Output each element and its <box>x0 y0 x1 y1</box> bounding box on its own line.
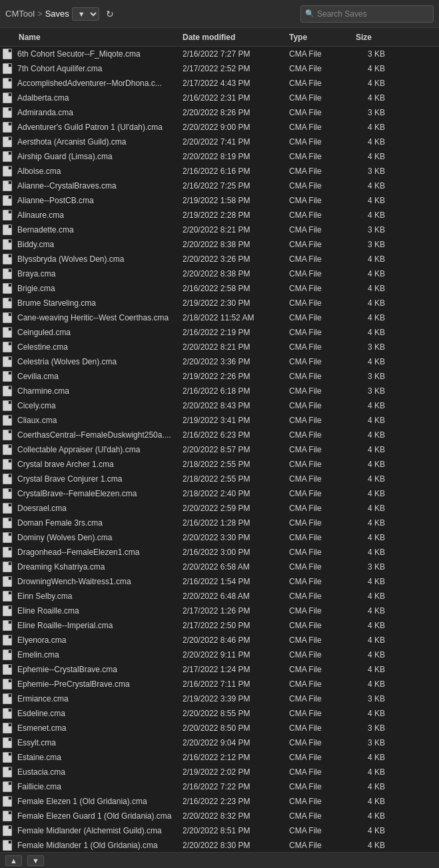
table-row[interactable]: CrystalBrave--FemaleElezen.cma 2/18/2022… <box>0 486 439 501</box>
table-row[interactable]: Female Elezen 1 (Old Gridania).cma 2/16/… <box>0 794 439 809</box>
table-row[interactable]: Eline Roaille--Imperial.cma 2/17/2022 2:… <box>0 618 439 633</box>
table-row[interactable]: Female Elezen Guard 1 (Old Gridania).cma… <box>0 809 439 823</box>
file-date: 2/16/2022 6:23 PM <box>183 430 289 440</box>
file-name: Estaine.cma <box>17 753 183 762</box>
table-row[interactable]: Female Midlander (Alchemist Guild).cma 2… <box>0 823 439 838</box>
table-row[interactable]: Eline Roaille.cma 2/17/2022 1:26 PM CMA … <box>0 604 439 618</box>
table-row[interactable]: Blyssbryda (Wolves Den).cma 2/20/2022 3:… <box>0 252 439 266</box>
file-date: 2/20/2022 8:32 PM <box>183 811 289 821</box>
search-input[interactable] <box>317 9 429 19</box>
table-row[interactable]: Alboise.cma 2/16/2022 6:16 PM CMA File 3… <box>0 164 439 179</box>
file-date: 2/17/2022 2:52 PM <box>183 64 289 73</box>
table-row[interactable]: Faillicie.cma 2/16/2022 7:22 PM CMA File… <box>0 779 439 794</box>
file-size: 4 KB <box>356 650 396 659</box>
file-size: 4 KB <box>356 137 396 147</box>
file-type: CMA File <box>289 357 356 366</box>
file-name: Alianne--PostCB.cma <box>17 196 183 205</box>
file-name: Dragonhead--FemaleElezen1.cma <box>17 548 183 557</box>
table-row[interactable]: Bernadette.cma 2/20/2022 8:21 PM CMA Fil… <box>0 222 439 237</box>
table-row[interactable]: Celestria (Wolves Den).cma 2/20/2022 3:3… <box>0 354 439 369</box>
file-date: 2/16/2022 7:27 PM <box>183 49 289 59</box>
table-row[interactable]: Dominy (Wolves Den).cma 2/20/2022 3:30 P… <box>0 530 439 545</box>
table-row[interactable]: Female Midlander 1 (Old Gridania).cma 2/… <box>0 838 439 852</box>
column-date-modified[interactable]: Date modified <box>183 33 289 42</box>
table-row[interactable]: Ceinguled.cma 2/16/2022 2:19 PM CMA File… <box>0 325 439 340</box>
table-row[interactable]: Cliaux.cma 2/19/2022 3:41 PM CMA File 4 … <box>0 413 439 428</box>
table-row[interactable]: Einn Selby.cma 2/20/2022 6:48 AM CMA Fil… <box>0 589 439 604</box>
file-name: CrystalBrave--FemaleElezen.cma <box>17 489 183 498</box>
table-row[interactable]: Alianne--CrystalBraves.cma 2/16/2022 7:2… <box>0 179 439 193</box>
column-size[interactable]: Size <box>356 33 396 42</box>
table-row[interactable]: Brume Starveling.cma 2/19/2022 2:30 PM C… <box>0 296 439 310</box>
file-size: 3 KB <box>356 108 396 117</box>
column-type[interactable]: Type <box>289 33 356 42</box>
file-icon-19 <box>3 327 13 338</box>
file-date: 2/20/2022 8:19 PM <box>183 152 289 161</box>
status-btn-up[interactable]: ▲ <box>5 855 22 866</box>
refresh-button[interactable]: ↻ <box>102 7 118 21</box>
table-row[interactable]: Elyenora.cma 2/20/2022 8:46 PM CMA File … <box>0 633 439 648</box>
status-btn-down[interactable]: ▼ <box>27 855 44 866</box>
table-row[interactable]: Adalberta.cma 2/16/2022 2:31 PM CMA File… <box>0 91 439 105</box>
file-date: 2/16/2022 1:28 PM <box>183 518 289 528</box>
table-row[interactable]: Estaine.cma 2/16/2022 2:12 PM CMA File 4… <box>0 750 439 765</box>
table-row[interactable]: Alianne--PostCB.cma 2/19/2022 1:58 PM CM… <box>0 193 439 208</box>
file-date: 2/20/2022 3:36 PM <box>183 357 289 366</box>
table-row[interactable]: Esdeline.cma 2/20/2022 8:55 PM CMA File … <box>0 706 439 721</box>
table-row[interactable]: Dreaming Kshatriya.cma 2/20/2022 6:58 AM… <box>0 560 439 574</box>
file-type: CMA File <box>289 254 356 264</box>
table-row[interactable]: Adventurer's Guild Patron 1 (Ul'dah).cma… <box>0 120 439 135</box>
file-date: 2/19/2022 2:28 PM <box>183 211 289 220</box>
table-row[interactable]: Dragonhead--FemaleElezen1.cma 2/16/2022 … <box>0 545 439 560</box>
table-row[interactable]: Doesrael.cma 2/20/2022 2:59 PM CMA File … <box>0 501 439 516</box>
table-row[interactable]: Eustacia.cma 2/19/2022 2:02 PM CMA File … <box>0 765 439 779</box>
table-row[interactable]: Aersthota (Arcanist Guild).cma 2/20/2022… <box>0 135 439 149</box>
table-row[interactable]: Ephemie--CrystalBrave.cma 2/17/2022 1:24… <box>0 662 439 677</box>
file-date: 2/20/2022 3:30 PM <box>183 533 289 542</box>
file-date: 2/16/2022 2:23 PM <box>183 797 289 806</box>
table-row[interactable]: Celestine.cma 2/20/2022 8:21 PM CMA File… <box>0 340 439 354</box>
file-type: CMA File <box>289 636 356 645</box>
file-icon-28 <box>3 459 13 470</box>
file-type: CMA File <box>289 342 356 352</box>
file-type: CMA File <box>289 694 356 703</box>
table-row[interactable]: CoerthasCentral--FemaleDuskwight250a....… <box>0 428 439 442</box>
table-row[interactable]: Ephemie--PreCrystalBrave.cma 2/16/2022 7… <box>0 677 439 691</box>
file-name: Ceinguled.cma <box>17 328 183 337</box>
file-type: CMA File <box>289 665 356 674</box>
file-icon-20 <box>3 342 13 352</box>
file-name: Cane-weaving Heritic--West Coerthas.cma <box>17 313 183 322</box>
table-row[interactable]: DrowningWench-Waitress1.cma 2/16/2022 1:… <box>0 574 439 589</box>
column-name[interactable]: Name <box>3 33 183 42</box>
table-row[interactable]: Charmine.cma 2/16/2022 6:18 PM CMA File … <box>0 384 439 398</box>
file-list: 6th Cohort Secutor--F_Miqote.cma 2/16/20… <box>0 47 439 852</box>
table-row[interactable]: Emelin.cma 2/20/2022 9:11 PM CMA File 4 … <box>0 648 439 662</box>
table-row[interactable]: Braya.cma 2/20/2022 8:38 PM CMA File 4 K… <box>0 266 439 281</box>
table-row[interactable]: Ermiance.cma 2/19/2022 3:39 PM CMA File … <box>0 691 439 706</box>
table-row[interactable]: Alinaure.cma 2/19/2022 2:28 PM CMA File … <box>0 208 439 222</box>
table-row[interactable]: Biddy.cma 2/20/2022 8:38 PM CMA File 3 K… <box>0 237 439 252</box>
table-row[interactable]: Cevilia.cma 2/19/2022 2:26 PM CMA File 3… <box>0 369 439 384</box>
breadcrumb-dropdown[interactable]: ▼ <box>72 7 99 21</box>
table-row[interactable]: Brigie.cma 2/16/2022 2:58 PM CMA File 4 … <box>0 281 439 296</box>
table-row[interactable]: Essylt.cma 2/20/2022 9:04 PM CMA File 3 … <box>0 735 439 750</box>
table-row[interactable]: Cane-weaving Heritic--West Coerthas.cma … <box>0 310 439 325</box>
table-row[interactable]: Admiranda.cma 2/20/2022 8:26 PM CMA File… <box>0 105 439 120</box>
file-name: Dreaming Kshatriya.cma <box>17 562 183 572</box>
table-row[interactable]: AccomplishedAdventurer--MorDhona.c... 2/… <box>0 76 439 91</box>
file-date: 2/19/2022 2:26 PM <box>183 372 289 381</box>
file-type: CMA File <box>289 753 356 762</box>
file-type: CMA File <box>289 650 356 659</box>
file-size: 4 KB <box>356 548 396 557</box>
file-name: Essylt.cma <box>17 738 183 747</box>
table-row[interactable]: Collectable Appraiser (Ul'dah).cma 2/20/… <box>0 442 439 457</box>
table-row[interactable]: 7th Cohort Aquilifer.cma 2/17/2022 2:52 … <box>0 61 439 76</box>
table-row[interactable]: Cicely.cma 2/20/2022 8:43 PM CMA File 4 … <box>0 398 439 413</box>
table-row[interactable]: Crystal brave Archer 1.cma 2/18/2022 2:5… <box>0 457 439 472</box>
table-row[interactable]: Esmenet.cma 2/20/2022 8:50 PM CMA File 3… <box>0 721 439 735</box>
table-row[interactable]: Crystal Brave Conjurer 1.cma 2/18/2022 2… <box>0 472 439 486</box>
table-row[interactable]: 6th Cohort Secutor--F_Miqote.cma 2/16/20… <box>0 47 439 61</box>
table-row[interactable]: Airship Guard (Limsa).cma 2/20/2022 8:19… <box>0 149 439 164</box>
file-size: 4 KB <box>356 753 396 762</box>
table-row[interactable]: Doman Female 3rs.cma 2/16/2022 1:28 PM C… <box>0 516 439 530</box>
